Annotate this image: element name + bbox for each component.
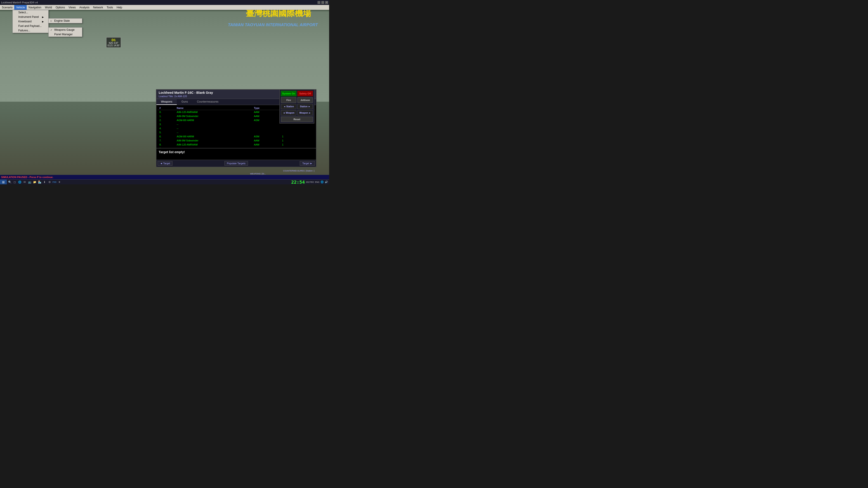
- cell-num: 6.: [158, 134, 175, 138]
- menu-help[interactable]: Help: [115, 5, 124, 10]
- cell-type: AAM: [252, 114, 280, 118]
- dropdown-fuel-payload[interactable]: Fuel and Payload...: [13, 24, 49, 28]
- cell-name: AIM-9M Sidewinder: [175, 138, 252, 142]
- cell-type: [252, 130, 280, 134]
- taskbar-files-icon[interactable]: 📁: [32, 180, 37, 184]
- cell-num: 8.: [158, 142, 175, 147]
- target-panel: Target list empty! ◄ Target Populate Tar…: [156, 148, 316, 167]
- cell-type: [252, 126, 280, 130]
- target-prev-button[interactable]: ◄ Target: [158, 161, 173, 166]
- taskbar-settings-icon[interactable]: ⚙: [47, 180, 52, 184]
- menu-options[interactable]: Options: [54, 5, 67, 10]
- dropdown-weapons-gauge[interactable]: ✓ Weapons Gauge: [49, 28, 82, 32]
- title-bar: Lockheed Martin® Prepar3D® v4 – □ ✕: [0, 0, 329, 5]
- panel-title: Lockheed Martin F-16C - Blank Gray: [159, 91, 213, 94]
- fire-button[interactable]: Fire: [281, 97, 296, 103]
- target-next-button[interactable]: Target ►: [300, 161, 315, 166]
- dropdown-engine-state[interactable]: □ Engine State: [49, 19, 82, 23]
- hud-lat: N25 4.87': [107, 42, 120, 44]
- jettison-button[interactable]: Jettison: [298, 97, 313, 103]
- cell-ammo: [280, 130, 315, 134]
- taskbar-download-icon[interactable]: ⬇: [42, 180, 47, 184]
- tab-weapons[interactable]: Weapons: [156, 99, 177, 105]
- table-row[interactable]: 7. AIM-9M Sidewinder AAM 1: [158, 138, 315, 142]
- dropdown-panel-manager[interactable]: Panel Manager: [49, 32, 82, 37]
- weapon-left-button[interactable]: ◄ Weapon: [281, 110, 296, 116]
- dropdown-instrument-panel[interactable]: Instrument Panel ▶ □ Engine State: [13, 15, 49, 19]
- countermeasures-status: COUNTERMEASURES: [Station -]: [283, 170, 314, 172]
- panel-header-left: Lockheed Martin F-16C - Blank Gray Loado…: [159, 91, 213, 98]
- clock-time: 22:54: [291, 180, 305, 185]
- table-row[interactable]: 8. AIM-120 AMRAAM AAM 1: [158, 142, 315, 147]
- cell-type: ASM: [252, 118, 280, 122]
- menu-analysis[interactable]: Analysis: [78, 5, 91, 10]
- hud-waypoint: D1 N25 4.87' E121 14.00': [106, 37, 121, 48]
- vehicle-dropdown: Select... Instrument Panel ▶ □ Engine St…: [12, 10, 49, 33]
- fire-jettison-row: Fire Jettison: [281, 97, 313, 103]
- start-button[interactable]: ⊞: [0, 180, 7, 185]
- cell-num: 7.: [158, 138, 175, 142]
- maximize-button[interactable]: □: [321, 1, 324, 4]
- menu-vehicle[interactable]: Vehicle: [14, 5, 27, 10]
- table-row[interactable]: 5. --: [158, 130, 315, 134]
- tab-countermeasures[interactable]: Countermeasures: [192, 99, 223, 105]
- hud-lon: E121 14.00': [107, 44, 120, 47]
- weapon-right-button[interactable]: Weapon ►: [298, 110, 313, 116]
- dropdown-select[interactable]: Select...: [13, 10, 49, 15]
- check-checked: ✓: [51, 29, 53, 31]
- system-on-button[interactable]: System On: [281, 91, 296, 96]
- cell-type: [252, 122, 280, 126]
- cell-num: 4.: [158, 126, 175, 130]
- close-button[interactable]: ✕: [325, 1, 328, 4]
- clock-date: 2017/5/2: [306, 181, 314, 183]
- taskbar-lang: ENG: [315, 181, 319, 183]
- menu-navigation[interactable]: Navigation: [27, 5, 43, 10]
- cell-ammo: 1: [280, 138, 315, 142]
- menu-scenario[interactable]: Scenario: [0, 5, 14, 10]
- cell-type: AAM: [252, 138, 280, 142]
- pause-text: SIMULATION PAUSED - Press P to continue.: [1, 176, 53, 178]
- cell-num: 3.: [158, 122, 175, 126]
- taskbar-mail-icon[interactable]: ✉: [22, 180, 27, 184]
- target-display: Target list empty!: [156, 149, 316, 160]
- taskbar-media-icon[interactable]: 📺: [27, 180, 32, 184]
- taskbar-right: 22:54 2017/5/2 ENG 🌐 🔊: [291, 180, 329, 185]
- cell-type: AAM: [252, 110, 280, 114]
- submenu-arrow: ▶: [42, 16, 44, 18]
- taskbar: ⊞ 🔍 ◻ 🌐 ✉ 📺 📁 🏪 ⬇ ⚙ P3D ✈ 22:54 2017/5/2…: [0, 180, 329, 184]
- loadout-title: Loadout Title: 2x AIM-120: [159, 95, 213, 98]
- title-bar-controls[interactable]: – □ ✕: [318, 1, 328, 4]
- instrument-submenu: □ Engine State: [49, 18, 82, 23]
- menu-tools[interactable]: Tools: [105, 5, 115, 10]
- taskbar-view-icon[interactable]: ◻: [12, 180, 17, 184]
- weapon-nav-row: ◄ Weapon Weapon ►: [281, 110, 313, 116]
- cell-name: --: [175, 126, 252, 130]
- reset-button[interactable]: Reset: [281, 117, 313, 122]
- cell-name: --: [175, 130, 252, 134]
- taskbar-search-icon[interactable]: 🔍: [7, 180, 12, 184]
- cell-num: 5.: [158, 130, 175, 134]
- cell-ammo: 1: [280, 134, 315, 138]
- menu-world[interactable]: World: [43, 5, 54, 10]
- safety-off-button[interactable]: Safety Off: [298, 91, 313, 96]
- station-right-button[interactable]: Station ►: [298, 104, 313, 109]
- minimize-button[interactable]: –: [318, 1, 320, 4]
- dropdown-kneeboard[interactable]: Kneeboard ▶ ✓ Weapons Gauge Panel Manage…: [13, 19, 49, 24]
- dropdown-failures[interactable]: Failures...: [13, 28, 49, 33]
- taskbar-store-icon[interactable]: 🏪: [37, 180, 42, 184]
- populate-targets-button[interactable]: Populate Targets: [224, 161, 248, 166]
- taskbar-browser-icon[interactable]: 🌐: [18, 180, 22, 184]
- taskbar-plane-icon[interactable]: ✈: [57, 180, 62, 184]
- table-row[interactable]: 4. --: [158, 126, 315, 130]
- table-row[interactable]: 6. AGM-88 HARM ASM 1: [158, 134, 315, 138]
- cell-name: AIM-9M Sidewinder: [175, 114, 252, 118]
- menu-network[interactable]: Network: [91, 5, 105, 10]
- taskbar-p3d-icon[interactable]: P3D: [52, 180, 57, 184]
- tab-guns[interactable]: Guns: [177, 99, 192, 105]
- hud-waypoint-label: D1: [107, 38, 120, 42]
- weapons-status: WEAPONS: [St...: [250, 173, 266, 175]
- target-navigation: ◄ Target Populate Targets Target ►: [156, 160, 316, 167]
- station-left-button[interactable]: ◄ Station: [281, 104, 296, 109]
- menu-views[interactable]: Views: [67, 5, 78, 10]
- col-header-name: Name: [175, 106, 252, 110]
